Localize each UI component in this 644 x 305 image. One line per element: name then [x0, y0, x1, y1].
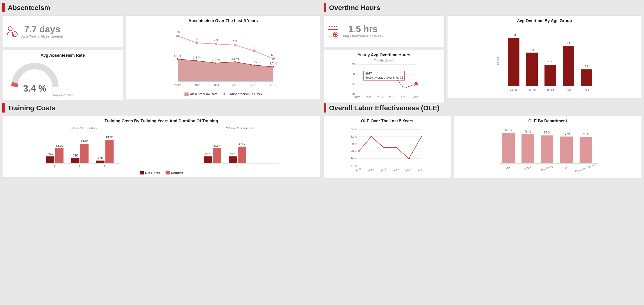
svg-text:46-54: 46-54	[546, 88, 554, 91]
overtime-age-card: Avg Overtime By Age Group hours2.326-351…	[447, 16, 642, 98]
training-2yr-chart: €5K€11K1€5K€12K2	[163, 132, 318, 170]
svg-text:Yearly Average Overtime:: Yearly Average Overtime:	[365, 76, 399, 79]
svg-text:82 %: 82 %	[351, 135, 357, 138]
svg-text:€11K: €11K	[214, 144, 220, 147]
svg-text:71 %: 71 %	[582, 132, 589, 136]
chart-subtitle: (Per Employee)	[326, 59, 442, 62]
chart-title: OLE By Department	[456, 119, 639, 124]
chart-title: Training Costs By Training Years And Dur…	[5, 119, 318, 124]
svg-text:2015: 2015	[392, 167, 399, 173]
subtitle-3yr: 3-Year Occupation	[5, 126, 160, 130]
svg-text:3 %: 3 %	[252, 60, 257, 64]
svg-text:72 %: 72 %	[563, 132, 570, 135]
subtitle-2yr: 2-Year Occupation	[163, 126, 318, 130]
svg-text:<25: <25	[566, 88, 571, 91]
absenteeism-trend-card: Absenteeism Over The Last 5 Years 4.1 %3…	[126, 16, 320, 99]
absenteeism-kpi-card: 7.7 days Avg Yearly Absenteeism	[2, 16, 123, 48]
training-chart-card: Training Costs By Training Years And Dur…	[2, 116, 320, 178]
svg-rect-27	[328, 27, 338, 36]
svg-text:2016: 2016	[401, 96, 407, 99]
ole-dept-card: OLE By Department 82 %HR78 %Sales75 %Mar…	[454, 116, 642, 178]
absenteeism-trend-chart: 4.1 %3.8 %3.4 %3.6 %3 %2.7 %8.687.97.87.…	[129, 24, 318, 91]
ole-trend-card: OLE Over The Last 5 Years 74 %76 %78 %80…	[324, 116, 451, 178]
svg-text:3.8 %: 3.8 %	[193, 56, 200, 59]
svg-text:74 %: 74 %	[351, 164, 357, 168]
svg-text:2015: 2015	[232, 83, 238, 87]
svg-text:2.3: 2.3	[512, 33, 516, 37]
svg-text:€12K: €12K	[238, 142, 246, 146]
yearly-overtime-chart: 707580852012201320142015201620172017Year…	[326, 62, 442, 101]
svg-point-31	[334, 26, 335, 27]
absenteeism-panel: Absenteeism 7.7 days Avg Yearly Absentee…	[2, 2, 320, 99]
svg-text:2015: 2015	[389, 96, 395, 99]
svg-text:€14K: €14K	[81, 140, 88, 143]
svg-text:1.9: 1.9	[566, 42, 570, 45]
kpi-value: 1.5 hrs	[342, 24, 384, 34]
svg-text:8: 8	[196, 37, 198, 41]
calendar-plus-icon	[326, 25, 339, 38]
svg-rect-68	[46, 156, 54, 163]
svg-text:2: 2	[236, 165, 238, 168]
svg-text:2017: 2017	[413, 96, 419, 99]
accent-bar	[324, 3, 326, 12]
accent-bar	[2, 3, 5, 12]
svg-text:7.3: 7.3	[252, 45, 256, 49]
svg-text:€5K: €5K	[205, 152, 210, 156]
training-panel: Training Costs Training Costs By Trainin…	[2, 102, 320, 178]
svg-text:€11K: €11K	[56, 144, 63, 147]
svg-text:2017: 2017	[270, 83, 276, 87]
svg-text:3.4 %: 3.4 %	[212, 58, 220, 61]
svg-text:78 %: 78 %	[351, 150, 357, 153]
svg-rect-73	[71, 158, 80, 163]
overtime-age-chart: hours2.326-351.636-451.046-541.9<250.8>5…	[450, 24, 639, 95]
section-header: Training Costs	[2, 102, 320, 114]
svg-text:2013: 2013	[367, 167, 374, 173]
legend: Absenteeism Rate ●─Absenteeism In Days	[129, 92, 318, 96]
legend-net: Net Costs	[140, 171, 160, 175]
svg-text:2016: 2016	[251, 83, 257, 87]
svg-text:85: 85	[352, 63, 355, 66]
svg-text:€2K: €2K	[98, 156, 103, 160]
svg-text:8.6: 8.6	[176, 30, 180, 34]
legend-rate: Absenteeism Rate	[184, 92, 218, 96]
ole-panel: Overall Labor Effectiveness (OLE) OLE Ov…	[324, 102, 642, 178]
svg-rect-105	[502, 133, 515, 164]
svg-point-9	[176, 35, 179, 37]
svg-point-17	[253, 50, 255, 52]
svg-point-19	[272, 58, 274, 60]
svg-rect-75	[80, 144, 88, 163]
svg-text:1: 1	[54, 165, 55, 168]
svg-rect-78	[96, 160, 104, 163]
svg-rect-108	[522, 134, 534, 164]
svg-text:2017: 2017	[365, 72, 372, 75]
svg-text:2017: 2017	[418, 167, 424, 173]
section-title: Absenteeism	[8, 4, 50, 12]
svg-rect-65	[581, 69, 592, 86]
yearly-overtime-card: Yearly Avg Overtime Hours (Per Employee)…	[324, 50, 444, 104]
svg-rect-114	[560, 136, 573, 164]
svg-rect-53	[508, 38, 520, 86]
svg-text:80: 80	[352, 72, 355, 76]
svg-point-0	[8, 27, 12, 31]
svg-rect-83	[204, 156, 212, 163]
svg-text:2012: 2012	[174, 83, 181, 87]
svg-text:IT: IT	[564, 166, 568, 170]
legend-returns: Returns	[166, 171, 183, 175]
svg-text:HR: HR	[506, 166, 510, 170]
svg-text:hours: hours	[496, 57, 500, 65]
section-title: Overtime Hours	[329, 4, 380, 12]
legend: Net Costs Returns	[5, 171, 318, 175]
svg-text:€5K: €5K	[230, 152, 236, 156]
svg-text:Marketing: Marketing	[540, 165, 553, 172]
svg-text:70: 70	[352, 92, 355, 96]
gauge-card: Avg Absenteeism Rate 3.4 % Target < 3.8%	[2, 50, 123, 100]
svg-text:0.8: 0.8	[584, 65, 589, 68]
svg-rect-62	[563, 46, 574, 86]
svg-text:1: 1	[211, 165, 213, 168]
svg-rect-70	[55, 148, 64, 163]
svg-rect-88	[229, 156, 237, 163]
chart-title: Absenteeism Over The Last 5 Years	[129, 18, 318, 23]
svg-text:80 %: 80 %	[351, 142, 357, 146]
svg-text:7.9: 7.9	[214, 38, 218, 42]
svg-text:75 %: 75 %	[544, 131, 551, 134]
